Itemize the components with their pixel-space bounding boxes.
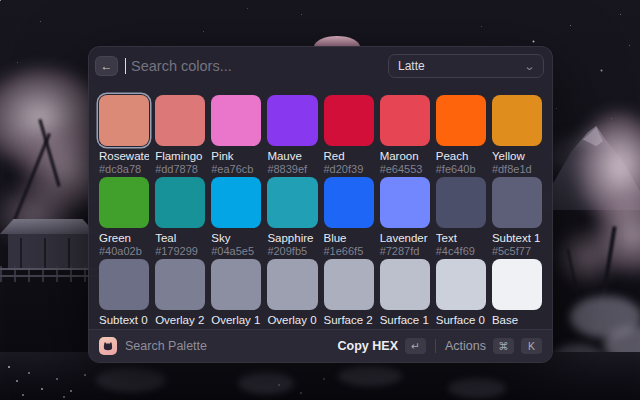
color-tile (155, 95, 205, 146)
swatch-hex: #e64553 (380, 163, 430, 175)
blossom-tree-right (542, 216, 632, 298)
swatch-sky[interactable]: Sky #04a5e5 (211, 177, 261, 257)
cmd-key-badge: ⌘ (493, 338, 514, 354)
swatch-hex: #dc8a78 (99, 163, 149, 175)
swatch-overlay-0[interactable]: Overlay 0 (267, 259, 317, 327)
swatch-hex: #ea76cb (211, 163, 261, 175)
color-tile (267, 95, 317, 146)
rock (238, 372, 294, 394)
flower-specks (8, 366, 10, 368)
swatch-maroon[interactable]: Maroon #e64553 (380, 95, 430, 175)
color-tile (492, 177, 542, 228)
color-tile (211, 95, 261, 146)
swatch-name: Text (436, 232, 486, 245)
color-tile (99, 259, 149, 310)
chevron-down-icon: ⌄ (523, 61, 535, 71)
swatch-surface-0[interactable]: Surface 0 (436, 259, 486, 327)
color-search-dialog: ← Latte ⌄ Rosewater #dc8a78 Flamingo #dd… (88, 46, 553, 363)
house-roof (0, 219, 96, 234)
swatch-hex: #1e66f5 (324, 245, 374, 257)
color-tile (380, 259, 430, 310)
text-caret (125, 58, 126, 74)
color-tile (436, 95, 486, 146)
copy-hex-button[interactable]: Copy HEX (338, 339, 398, 353)
swatch-name: Surface 0 (436, 314, 486, 327)
swatch-name: Surface 2 (324, 314, 374, 327)
swatch-surface-2[interactable]: Surface 2 (324, 259, 374, 327)
flavor-dropdown[interactable]: Latte ⌄ (388, 54, 544, 78)
swatch-green[interactable]: Green #40a02b (99, 177, 149, 257)
swatch-rosewater[interactable]: Rosewater #dc8a78 (99, 95, 149, 175)
dialog-footer: Search Palette Copy HEX ↵ Actions ⌘ K (89, 329, 552, 362)
swatch-mauve[interactable]: Mauve #8839ef (267, 95, 317, 175)
swatch-hex: #7287fd (380, 245, 430, 257)
back-button[interactable]: ← (95, 56, 118, 76)
swatch-name: Teal (155, 232, 205, 245)
color-tile (380, 177, 430, 228)
actions-button[interactable]: Actions (445, 339, 486, 353)
swatch-name: Surface 1 (380, 314, 430, 327)
color-tile (155, 259, 205, 310)
swatch-red[interactable]: Red #d20f39 (324, 95, 374, 175)
color-tile (492, 95, 542, 146)
swatch-hex: #04a5e5 (211, 245, 261, 257)
color-tile (380, 95, 430, 146)
color-tile (99, 95, 149, 146)
swatch-name: Sky (211, 232, 261, 245)
footer-actions: Copy HEX ↵ Actions ⌘ K (338, 338, 542, 354)
swatch-hex: #179299 (155, 245, 205, 257)
color-tile (211, 259, 261, 310)
swatch-hex: #df8e1d (492, 163, 542, 175)
swatch-hex: #4c4f69 (436, 245, 486, 257)
swatch-subtext-0[interactable]: Subtext 0 (99, 259, 149, 327)
color-tile (324, 95, 374, 146)
swatch-name: Overlay 2 (155, 314, 205, 327)
swatch-name: Yellow (492, 150, 542, 163)
swatch-grid: Rosewater #dc8a78 Flamingo #dd7878 Pink … (89, 85, 552, 327)
color-tile (155, 177, 205, 228)
swatch-surface-1[interactable]: Surface 1 (380, 259, 430, 327)
swatch-sapphire[interactable]: Sapphire #209fb5 (267, 177, 317, 257)
house-post (44, 238, 46, 268)
color-tile (211, 177, 261, 228)
color-tile (436, 177, 486, 228)
swatch-hex: #dd7878 (155, 163, 205, 175)
k-key-badge: K (521, 338, 542, 354)
color-tile (324, 177, 374, 228)
swatch-peach[interactable]: Peach #fe640b (436, 95, 486, 175)
swatch-base[interactable]: Base (492, 259, 542, 327)
swatch-text[interactable]: Text #4c4f69 (436, 177, 486, 257)
stars (0, 0, 1, 1)
catppuccin-logo-icon (99, 337, 117, 355)
rock (448, 378, 506, 398)
swatch-blue[interactable]: Blue #1e66f5 (324, 177, 374, 257)
swatch-hex: #40a02b (99, 245, 149, 257)
swatch-teal[interactable]: Teal #179299 (155, 177, 205, 257)
color-tile (267, 177, 317, 228)
dialog-content: Rosewater #dc8a78 Flamingo #dd7878 Pink … (89, 85, 552, 329)
house-post (68, 238, 70, 268)
swatch-name: Red (324, 150, 374, 163)
app-name: Search Palette (125, 339, 207, 353)
swatch-name: Lavender (380, 232, 430, 245)
swatch-name: Subtext 1 (492, 232, 542, 245)
swatch-hex: #d20f39 (324, 163, 374, 175)
swatch-name: Maroon (380, 150, 430, 163)
swatch-overlay-1[interactable]: Overlay 1 (211, 259, 261, 327)
swatch-name: Green (99, 232, 149, 245)
swatch-overlay-2[interactable]: Overlay 2 (155, 259, 205, 327)
swatch-yellow[interactable]: Yellow #df8e1d (492, 95, 542, 175)
swatch-name: Flamingo (155, 150, 205, 163)
swatch-flamingo[interactable]: Flamingo #dd7878 (155, 95, 205, 175)
swatch-name: Subtext 0 (99, 314, 149, 327)
swatch-name: Sapphire (267, 232, 317, 245)
swatch-pink[interactable]: Pink #ea76cb (211, 95, 261, 175)
swatch-hex: #5c5f77 (492, 245, 542, 257)
swatch-name: Pink (211, 150, 261, 163)
swatch-name: Base (492, 314, 542, 327)
rock (96, 368, 166, 392)
search-input[interactable] (129, 57, 381, 75)
color-tile (492, 259, 542, 310)
swatch-subtext-1[interactable]: Subtext 1 #5c5f77 (492, 177, 542, 257)
swatch-lavender[interactable]: Lavender #7287fd (380, 177, 430, 257)
